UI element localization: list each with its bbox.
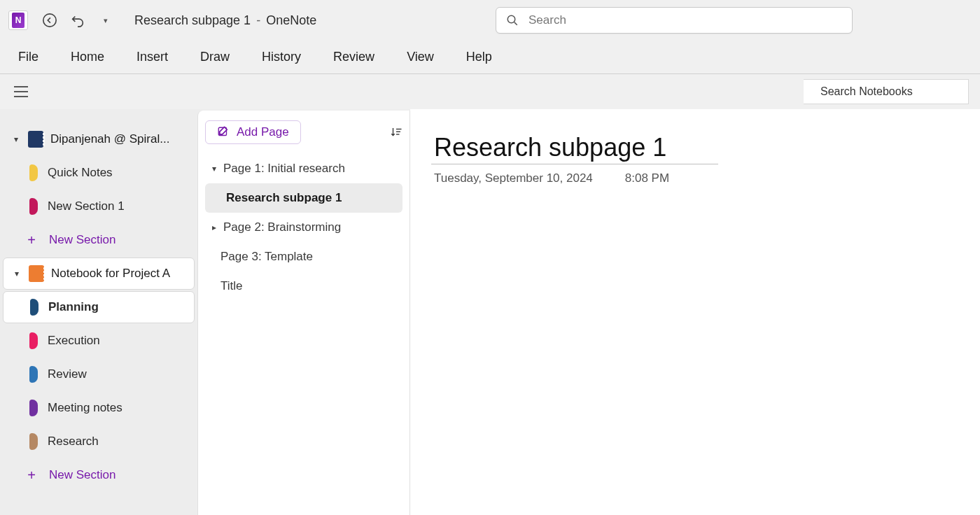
section-name: Quick Notes [48, 166, 113, 180]
section-item[interactable]: Execution [3, 325, 195, 357]
global-search-input[interactable] [528, 13, 842, 27]
chevron-right-icon[interactable]: ▸ [209, 223, 219, 232]
section-color-icon [29, 400, 38, 416]
page-title-input[interactable]: Research subpage 1 [431, 132, 718, 164]
menu-review[interactable]: Review [329, 47, 379, 67]
page-list-label: Page 2: Brainstorming [223, 220, 341, 234]
app-icon [8, 10, 28, 30]
search-notebooks[interactable] [804, 79, 969, 104]
menu-draw[interactable]: Draw [196, 47, 234, 67]
add-page-label: Add Page [237, 125, 289, 139]
nav-toggle-button[interactable] [11, 82, 31, 101]
menu-home[interactable]: Home [66, 47, 108, 67]
titlebar: ▾ Research subpage 1 - OneNote [0, 0, 980, 41]
page-time[interactable]: 8:08 PM [625, 171, 669, 185]
menubar: FileHomeInsertDrawHistoryReviewViewHelp [0, 41, 980, 74]
page-list-label: Title [220, 279, 243, 293]
sort-icon [390, 126, 402, 139]
add-page-button[interactable]: Add Page [205, 120, 301, 144]
chevron-down-icon: ▾ [11, 134, 21, 144]
window-title: Research subpage 1 - OneNote [134, 13, 316, 28]
page-list-item[interactable]: Research subpage 1 [205, 183, 402, 213]
menu-view[interactable]: View [402, 47, 438, 67]
menu-help[interactable]: Help [462, 47, 496, 67]
page-meta: Tuesday, September 10, 2024 8:08 PM [431, 171, 959, 185]
notebook-item[interactable]: ▾Dipanjenah @ Spiral... [3, 123, 195, 155]
page-list-item[interactable]: Title [205, 271, 402, 301]
chevron-down-icon: ▾ [104, 16, 108, 25]
section-color-icon [29, 332, 38, 349]
plus-icon: + [25, 232, 38, 248]
menu-history[interactable]: History [258, 47, 305, 67]
chevron-down-icon[interactable]: ▾ [209, 164, 219, 174]
section-name: New Section 1 [48, 199, 125, 213]
page-list-pane: Add Page ▾Page 1: Initial researchResear… [197, 111, 410, 515]
hamburger-icon [14, 86, 28, 97]
section-color-icon [29, 433, 38, 450]
search-notebooks-input[interactable] [820, 85, 960, 98]
notebook-name: Notebook for Project A [51, 267, 170, 281]
plus-icon: + [25, 467, 38, 484]
section-color-icon [30, 299, 38, 316]
page-list-item[interactable]: ▾Page 1: Initial research [205, 154, 402, 183]
page-canvas[interactable]: Research subpage 1 Tuesday, September 10… [410, 109, 980, 515]
section-item[interactable]: Research [3, 425, 195, 458]
page-list-item[interactable]: Page 3: Template [205, 242, 402, 271]
chevron-down-icon: ▾ [12, 269, 22, 278]
svg-point-1 [507, 15, 515, 23]
section-name: Planning [48, 300, 99, 314]
add-section-label: New Section [49, 468, 115, 482]
section-name: Meeting notes [48, 401, 122, 415]
search-icon [506, 14, 519, 27]
section-color-icon [29, 198, 38, 215]
page-list-label: Research subpage 1 [226, 191, 342, 205]
add-section-label: New Section [49, 233, 115, 247]
subtoolbar [0, 74, 980, 109]
title-app: OneNote [266, 13, 316, 28]
menu-insert[interactable]: Insert [132, 47, 172, 67]
section-name: Review [48, 367, 87, 381]
menu-file[interactable]: File [14, 47, 43, 67]
title-separator: - [256, 13, 260, 28]
section-item[interactable]: Quick Notes [3, 157, 195, 189]
notebook-icon [28, 131, 43, 148]
add-section-button[interactable]: +New Section [3, 459, 195, 491]
section-item[interactable]: Review [3, 358, 195, 390]
notebook-sidebar: ▾Dipanjenah @ Spiral...Quick NotesNew Se… [0, 109, 197, 515]
section-item[interactable]: Meeting notes [3, 392, 195, 424]
notebook-name: Dipanjenah @ Spiral... [50, 132, 169, 146]
undo-button[interactable] [66, 8, 90, 32]
add-section-button[interactable]: +New Section [3, 224, 195, 256]
section-color-icon [29, 164, 38, 181]
section-name: Research [48, 435, 99, 449]
notebook-item[interactable]: ▾Notebook for Project A [3, 258, 195, 290]
title-page: Research subpage 1 [134, 13, 251, 28]
section-color-icon [29, 366, 38, 383]
page-list-label: Page 3: Template [220, 250, 313, 264]
section-name: Execution [48, 334, 100, 348]
svg-point-0 [43, 14, 56, 27]
customize-quick-access-dropdown[interactable]: ▾ [94, 8, 118, 32]
page-list-label: Page 1: Initial research [223, 162, 345, 176]
page-list-item[interactable]: ▸Page 2: Brainstorming [205, 213, 402, 242]
section-item[interactable]: Planning [3, 291, 195, 323]
global-search[interactable] [496, 7, 853, 34]
section-item[interactable]: New Section 1 [3, 190, 195, 223]
back-button[interactable] [38, 8, 62, 32]
sort-pages-button[interactable] [390, 126, 402, 139]
main-area: ▾Dipanjenah @ Spiral...Quick NotesNew Se… [0, 109, 980, 515]
page-date[interactable]: Tuesday, September 10, 2024 [434, 171, 593, 185]
notebook-icon [29, 265, 44, 282]
add-page-icon [217, 126, 230, 139]
